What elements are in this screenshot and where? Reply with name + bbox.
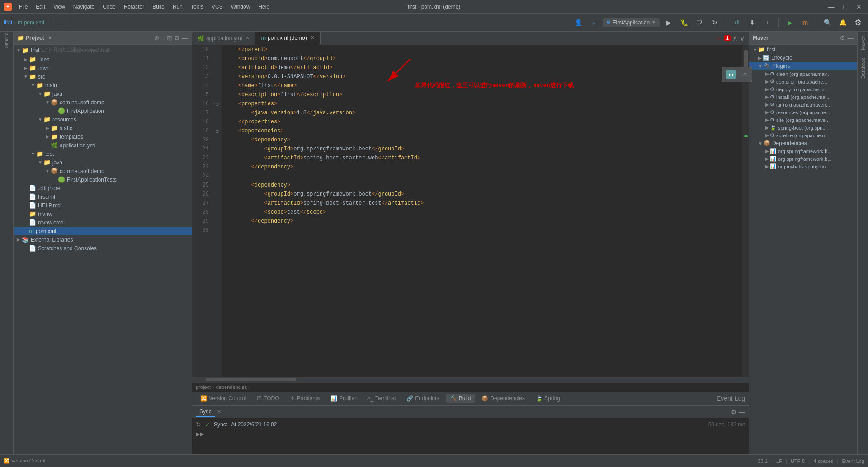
tree-item-package-test[interactable]: ▼ 📦 com.neusoft.demo bbox=[14, 167, 192, 175]
hide-btn[interactable]: — bbox=[182, 34, 188, 42]
search-btn[interactable]: 🔍 bbox=[821, 16, 834, 29]
tab-version-control[interactable]: 🔀 Version Control bbox=[196, 394, 250, 403]
tree-item-first-app-tests[interactable]: ▶ 🟢 FirstApplicationTests bbox=[14, 175, 192, 184]
run-config[interactable]: ⚙ FirstApplication ▼ bbox=[603, 18, 660, 27]
expand-btn[interactable]: ⊞ bbox=[167, 34, 172, 42]
maven-item-install[interactable]: ▶ ⚙ install (org.apache.ma... bbox=[749, 93, 857, 101]
user-icon-btn[interactable]: 👤 bbox=[572, 16, 585, 29]
maven-item-resources[interactable]: ▶ ⚙ resources (org.apache... bbox=[749, 108, 857, 116]
tab-problems[interactable]: ⚠ Problems bbox=[286, 394, 325, 403]
breadcrumb-project[interactable]: project bbox=[196, 384, 211, 390]
scroll-up-btn[interactable]: ∧ bbox=[732, 34, 738, 42]
menu-tools[interactable]: Tools bbox=[187, 2, 207, 11]
tree-item-application-yml[interactable]: ▶ 🌿 application.yml bbox=[14, 141, 192, 149]
menu-view[interactable]: View bbox=[50, 2, 69, 11]
menu-help[interactable]: Help bbox=[255, 2, 273, 11]
maven-hide-btn[interactable]: — bbox=[847, 34, 854, 42]
run-btn[interactable]: ▶ bbox=[662, 16, 675, 29]
maven-item-site[interactable]: ▶ ⚙ site (org.apache.mave... bbox=[749, 116, 857, 124]
maven-item-dep2[interactable]: ▶ 📊 org.springframework.b... bbox=[749, 155, 857, 163]
pom-tab-close[interactable]: ✕ bbox=[311, 35, 315, 41]
maven-item-spring-boot[interactable]: ▶ 🍃 spring-boot (org.spri... bbox=[749, 124, 857, 131]
project-dropdown-icon[interactable]: ▼ bbox=[48, 36, 52, 41]
maven-item-dep3[interactable]: ▶ 📊 org.mybatis.spring.bo... bbox=[749, 163, 857, 170]
status-linesep[interactable]: LF bbox=[776, 458, 782, 464]
tree-item-package[interactable]: ▼ 📦 com.neusoft.demo bbox=[14, 98, 192, 107]
maven-refresh-btn[interactable]: ↺ bbox=[731, 16, 743, 29]
status-encoding[interactable]: UTF-8 bbox=[791, 458, 805, 464]
event-log-btn[interactable]: Event Log bbox=[842, 458, 864, 464]
maximize-btn[interactable]: □ bbox=[841, 3, 850, 10]
maven-item-jar[interactable]: ▶ ⚙ jar (org.apache.maven... bbox=[749, 101, 857, 108]
h-scroll-thumb[interactable] bbox=[206, 378, 296, 381]
maven-item-dep1[interactable]: ▶ 📊 org.springframework.b... bbox=[749, 147, 857, 155]
status-git[interactable]: 🔀 Version Control bbox=[4, 458, 45, 464]
vert-tab-maven[interactable]: Maven bbox=[859, 32, 868, 54]
code-editor[interactable]: </parent> <groupId>com.neusoft</groupId>… bbox=[222, 45, 742, 377]
settings-gear[interactable]: ⚙ bbox=[852, 16, 864, 29]
tab-todo[interactable]: ☑ TODO bbox=[252, 394, 283, 403]
status-position[interactable]: 33:1 bbox=[758, 458, 767, 464]
maven-run-btn[interactable]: ▶ bbox=[783, 16, 796, 29]
menu-file[interactable]: File bbox=[15, 2, 31, 11]
tree-item-first[interactable]: ▼ 📁 first E:\卜凡\软工课设\project\first bbox=[14, 46, 192, 55]
tree-item-mvn[interactable]: ▶ 📁 .mvn bbox=[14, 64, 192, 72]
tree-item-main[interactable]: ▼ 📁 main bbox=[14, 81, 192, 89]
editor-scrollbar[interactable] bbox=[742, 45, 749, 377]
maven-item-first[interactable]: ▼ 📁 first bbox=[749, 46, 857, 54]
tree-item-idea[interactable]: ▶ 📁 .idea bbox=[14, 55, 192, 64]
menu-run[interactable]: Run bbox=[169, 2, 186, 11]
menu-code[interactable]: Code bbox=[99, 2, 119, 11]
maven-popup-close[interactable]: ✕ bbox=[743, 71, 747, 78]
tree-item-mvnw-cmd[interactable]: ▶ 📄 mvnw.cmd bbox=[14, 218, 192, 227]
tree-item-resources[interactable]: ▼ 📁 resources bbox=[14, 115, 192, 124]
menu-navigate[interactable]: Navigate bbox=[70, 2, 98, 11]
collapse-btn[interactable]: ≡ bbox=[161, 34, 165, 42]
menu-vcs[interactable]: VCS bbox=[208, 2, 226, 11]
tab-endpoints[interactable]: 🔗 Endpoints bbox=[402, 394, 443, 403]
menu-build[interactable]: Build bbox=[149, 2, 168, 11]
coverage-btn[interactable]: 🛡 bbox=[693, 16, 706, 29]
tab-spring[interactable]: 🍃 Spring bbox=[531, 394, 565, 403]
maven-popup[interactable]: m ✕ bbox=[722, 67, 752, 82]
tree-item-static[interactable]: ▶ 📁 static bbox=[14, 124, 192, 132]
tree-item-test[interactable]: ▼ 📁 test bbox=[14, 149, 192, 158]
tree-item-src[interactable]: ▼ 📁 src bbox=[14, 72, 192, 81]
settings-btn[interactable]: ⚙ bbox=[174, 34, 180, 42]
maven-item-deploy[interactable]: ▶ ⚙ deploy (org.apache.m... bbox=[749, 85, 857, 93]
tree-item-pom-xml[interactable]: ▶ m pom.xml bbox=[14, 227, 192, 235]
tree-item-mvnw[interactable]: ▶ 📁 mvnw bbox=[14, 210, 192, 218]
menu-edit[interactable]: Edit bbox=[32, 2, 49, 11]
maven-item-compiler[interactable]: ▶ ⚙ compiler (org.apache... bbox=[749, 78, 857, 85]
debug-btn[interactable]: 🐛 bbox=[678, 16, 690, 29]
maven-settings-btn[interactable]: ⚙ bbox=[840, 34, 845, 42]
build-settings-btn[interactable]: ⚙ bbox=[731, 408, 737, 416]
tree-item-gitignore[interactable]: ▶ 📄 .gitignore bbox=[14, 184, 192, 192]
build-tab-sync[interactable]: Sync bbox=[196, 407, 215, 417]
status-indent[interactable]: 4 spaces bbox=[813, 458, 833, 464]
maven-dl-btn[interactable]: ⬇ bbox=[746, 16, 759, 29]
toolbar-back-btn[interactable]: ← bbox=[56, 16, 68, 29]
tab-dependencies[interactable]: 📦 Dependencies bbox=[477, 394, 529, 403]
menu-refactor[interactable]: Refactor bbox=[120, 2, 148, 11]
event-log-link[interactable]: Event Log bbox=[717, 395, 745, 402]
maven-item-deps[interactable]: ▼ 📦 Dependencies bbox=[749, 139, 857, 147]
tab-application-yml[interactable]: 🌿 application.yml ✕ bbox=[192, 32, 255, 45]
tree-item-ext-libs[interactable]: ▶ 📚 External Libraries bbox=[14, 235, 192, 244]
breadcrumb-deps[interactable]: dependencies bbox=[216, 384, 247, 390]
tab-pom-xml[interactable]: m pom.xml (demo) ✕ bbox=[255, 32, 320, 45]
maven-item-lifecycle[interactable]: ▶ 🔄 Lifecycle bbox=[749, 54, 857, 62]
tree-item-help-md[interactable]: ▶ 📄 HELP.md bbox=[14, 201, 192, 210]
sync-close-btn[interactable]: ✕ bbox=[217, 409, 221, 415]
tree-item-first-iml[interactable]: ▶ 📄 first.iml bbox=[14, 192, 192, 201]
maven-btn[interactable]: m bbox=[799, 16, 811, 29]
tree-item-java-test[interactable]: ▼ 📁 java bbox=[14, 158, 192, 167]
tree-item-templates[interactable]: ▶ 📁 templates bbox=[14, 132, 192, 141]
notifications-btn[interactable]: 🔔 bbox=[836, 16, 849, 29]
close-btn[interactable]: ✕ bbox=[854, 3, 864, 10]
maven-item-clean[interactable]: ▶ ⚙ clean (org.apache.mav... bbox=[749, 70, 857, 78]
tree-item-scratches[interactable]: ▶ 📄 Scratches and Consoles bbox=[14, 244, 192, 252]
tab-profiler[interactable]: 📊 Profiler bbox=[326, 394, 361, 403]
yml-tab-close[interactable]: ✕ bbox=[245, 35, 250, 41]
breadcrumb-project[interactable]: first bbox=[4, 19, 12, 26]
